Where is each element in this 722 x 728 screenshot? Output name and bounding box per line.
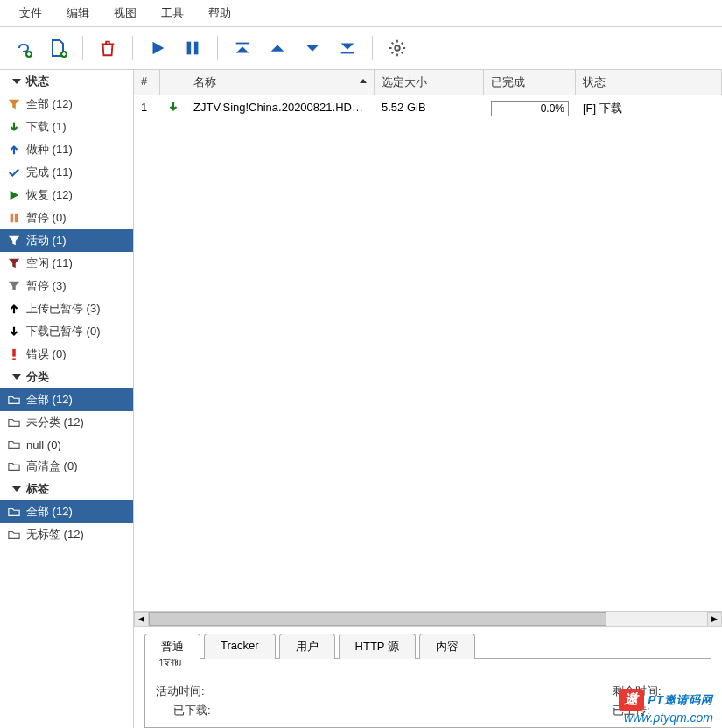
separator: [217, 36, 218, 60]
menubar: 文件 编辑 视图 工具 帮助: [0, 0, 722, 27]
status-item[interactable]: 暂停 (3): [0, 275, 133, 298]
table-row[interactable]: 1 ZJTV.Sing!China.20200821.HDTV... 5.52 …: [134, 95, 722, 122]
category-item[interactable]: 未分类 (12): [0, 411, 133, 434]
move-up-button[interactable]: [262, 32, 293, 64]
status-item[interactable]: 完成 (11): [0, 161, 133, 184]
active-time-label: 活动时间:: [156, 683, 243, 699]
tab-tracker[interactable]: Tracker: [204, 634, 276, 659]
status-item[interactable]: 活动 (1): [0, 229, 133, 252]
folder-icon: [7, 438, 21, 452]
error-icon: [7, 347, 21, 361]
menu-help[interactable]: 帮助: [196, 2, 243, 24]
folder-icon: [7, 459, 21, 473]
folder-icon: [7, 528, 21, 542]
watermark-title: PT邀请码网: [648, 693, 713, 706]
toolbar: [0, 27, 722, 70]
move-top-button[interactable]: [227, 32, 258, 64]
scroll-track[interactable]: [149, 612, 707, 626]
filter-icon: [7, 234, 21, 248]
tag-header-label: 标签: [26, 481, 49, 497]
svg-rect-8: [15, 214, 18, 223]
play-icon: [7, 188, 21, 202]
status-header-label: 状态: [26, 74, 49, 89]
separator: [82, 36, 83, 60]
menu-tools[interactable]: 工具: [149, 2, 196, 24]
cell-name: ZJTV.Sing!China.20200821.HDTV...: [186, 99, 375, 118]
status-header[interactable]: 状态: [0, 70, 133, 93]
status-item[interactable]: 暂停 (0): [0, 206, 133, 229]
settings-button[interactable]: [382, 32, 413, 64]
move-bottom-button[interactable]: [332, 32, 363, 64]
pause-icon: [7, 211, 21, 225]
scroll-left-button[interactable]: ◀: [134, 612, 149, 626]
delete-button[interactable]: [92, 32, 123, 64]
status-label: 暂停 (0): [26, 210, 67, 226]
menu-view[interactable]: 视图: [102, 2, 149, 24]
col-name[interactable]: 名称: [186, 70, 375, 94]
svg-rect-2: [187, 42, 192, 55]
folder-icon: [7, 393, 21, 407]
tag-item[interactable]: 无标签 (12): [0, 523, 133, 546]
status-label: 完成 (11): [26, 164, 73, 180]
svg-point-6: [395, 46, 400, 51]
table-header: # 名称 选定大小 已完成 状态: [134, 70, 722, 95]
downloaded-label: 已下载:: [156, 703, 243, 718]
status-label: 下载已暂停 (0): [26, 324, 101, 340]
col-num[interactable]: #: [134, 70, 160, 94]
status-item[interactable]: 上传已暂停 (3): [0, 298, 133, 320]
category-label: null (0): [26, 438, 61, 452]
status-item[interactable]: 错误 (0): [0, 343, 133, 366]
category-label: 未分类 (12): [26, 415, 84, 430]
category-header-label: 分类: [26, 369, 49, 385]
sort-up-icon: [360, 79, 367, 83]
status-label: 错误 (0): [26, 346, 67, 362]
status-item[interactable]: 做种 (11): [0, 138, 133, 161]
svg-rect-10: [12, 358, 16, 360]
tab-general[interactable]: 普通: [144, 634, 200, 659]
tag-item[interactable]: 全部 (12): [0, 500, 133, 523]
add-file-button[interactable]: [42, 32, 74, 64]
horizontal-scrollbar[interactable]: ◀ ▶: [134, 611, 722, 626]
status-label: 空闲 (11): [26, 256, 73, 271]
pause-button[interactable]: [177, 32, 208, 64]
menu-edit[interactable]: 编辑: [54, 2, 102, 24]
status-item[interactable]: 恢复 (12): [0, 184, 133, 206]
status-label: 暂停 (3): [26, 278, 67, 294]
scroll-right-button[interactable]: ▶: [707, 612, 722, 626]
start-button[interactable]: [142, 32, 173, 64]
tab-content[interactable]: 内容: [419, 634, 475, 659]
svg-rect-9: [12, 349, 16, 357]
tag-label: 无标签 (12): [26, 527, 84, 542]
menu-file[interactable]: 文件: [7, 2, 54, 24]
col-done[interactable]: 已完成: [484, 70, 576, 94]
cell-progress: 0.0%: [484, 99, 576, 118]
arrow-up-icon: [7, 143, 21, 157]
status-item[interactable]: 空闲 (11): [0, 252, 133, 275]
folder-icon: [7, 416, 21, 430]
check-icon: [7, 165, 21, 179]
status-item[interactable]: 下载已暂停 (0): [0, 320, 133, 343]
add-link-button[interactable]: [7, 32, 39, 64]
watermark-url: www.ptyqm.com: [619, 710, 713, 724]
scroll-thumb[interactable]: [149, 612, 606, 626]
col-size[interactable]: 选定大小: [375, 70, 484, 94]
move-down-button[interactable]: [297, 32, 328, 64]
col-status[interactable]: 状态: [576, 70, 722, 94]
category-header[interactable]: 分类: [0, 366, 133, 388]
status-item[interactable]: 下载 (1): [0, 116, 133, 138]
tag-header[interactable]: 标签: [0, 478, 133, 500]
separator: [372, 36, 373, 60]
category-item[interactable]: null (0): [0, 434, 133, 455]
category-item[interactable]: 全部 (12): [0, 388, 133, 411]
content-area: # 名称 选定大小 已完成 状态 1 ZJTV.Sing!China.20200…: [134, 70, 722, 728]
arrow-down-icon: [7, 120, 21, 134]
svg-rect-4: [236, 43, 249, 45]
status-label: 下载 (1): [26, 119, 67, 135]
category-item[interactable]: 高清盒 (0): [0, 455, 133, 478]
tab-http[interactable]: HTTP 源: [339, 634, 416, 659]
filter-icon: [7, 97, 21, 111]
status-item[interactable]: 全部 (12): [0, 93, 133, 116]
col-icon[interactable]: [160, 70, 186, 94]
category-label: 高清盒 (0): [26, 458, 78, 474]
tab-user[interactable]: 用户: [279, 634, 335, 659]
